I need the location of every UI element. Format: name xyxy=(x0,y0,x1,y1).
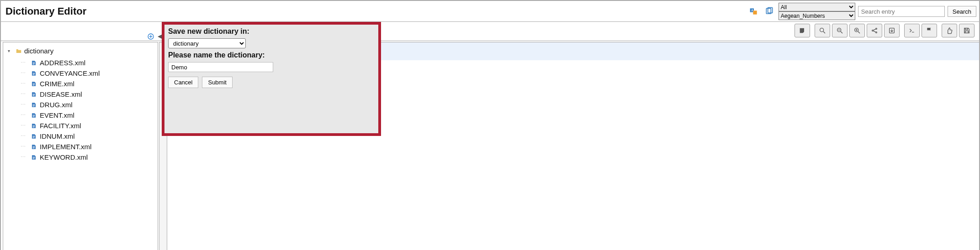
svg-rect-32 xyxy=(33,83,35,83)
tree-root[interactable]: ▾ dictionary xyxy=(8,46,155,57)
svg-line-9 xyxy=(841,31,842,33)
svg-rect-52 xyxy=(33,148,35,148)
tree-item[interactable]: ⋯DRUG.xml xyxy=(21,99,155,110)
cancel-button[interactable]: Cancel xyxy=(168,77,198,88)
tree: ▾ dictionary ⋯ADDRESS.xml⋯CONVEYANCE.xml… xyxy=(3,42,158,165)
svg-rect-29 xyxy=(33,73,35,73)
file-icon xyxy=(31,112,37,119)
page-title: Dictionary Editor xyxy=(1,5,86,17)
svg-rect-40 xyxy=(33,106,35,106)
flag-icon[interactable] xyxy=(922,24,937,37)
folder-icon xyxy=(15,48,22,54)
svg-line-13 xyxy=(858,31,860,33)
dialog-heading-1: Save new dictionary in: xyxy=(168,27,375,36)
thumbs-up-icon[interactable] xyxy=(942,24,957,37)
svg-line-6 xyxy=(823,31,825,33)
file-icon xyxy=(31,81,37,87)
expand-toggle-icon[interactable]: ▾ xyxy=(8,48,13,53)
file-icon xyxy=(31,60,37,66)
svg-rect-22 xyxy=(965,31,969,33)
tree-branch-icon: ⋯ xyxy=(21,91,28,97)
tree-item-label: CRIME.xml xyxy=(40,80,74,88)
svg-rect-21 xyxy=(965,28,968,30)
terminal-icon[interactable] xyxy=(904,24,920,37)
tree-branch-icon: ⋯ xyxy=(21,154,28,160)
svg-rect-26 xyxy=(33,62,35,62)
file-icon xyxy=(31,102,37,108)
svg-rect-49 xyxy=(33,137,35,138)
tree-item-label: EVENT.xml xyxy=(40,111,74,119)
tree-branch-icon: ⋯ xyxy=(21,70,28,76)
tree-item[interactable]: ⋯DISEASE.xml xyxy=(21,89,155,99)
svg-rect-33 xyxy=(33,84,35,84)
zoom-in-icon[interactable] xyxy=(849,24,865,37)
svg-line-17 xyxy=(873,29,875,31)
tree-item[interactable]: ⋯EVENT.xml xyxy=(21,110,155,120)
topbar: Dictionary Editor A All Aegean_Numbers S… xyxy=(1,1,979,22)
tree-item-label: ADDRESS.xml xyxy=(40,59,85,67)
sidebar: ◀ ▾ dictionary ⋯ADDRESS.xml⋯CONVEYANCE.x… xyxy=(3,42,158,250)
svg-line-18 xyxy=(873,31,875,32)
copy-icon[interactable] xyxy=(763,6,776,17)
dictionary-name-input[interactable] xyxy=(168,62,273,72)
svg-point-5 xyxy=(820,28,824,32)
add-icon[interactable] xyxy=(147,32,155,41)
svg-rect-35 xyxy=(33,94,35,94)
svg-rect-38 xyxy=(33,104,35,104)
tree-item-label: KEYWORD.xml xyxy=(40,153,88,161)
tree-item[interactable]: ⋯CRIME.xml xyxy=(21,78,155,89)
svg-rect-27 xyxy=(33,63,35,63)
search-button[interactable]: Search xyxy=(948,6,976,17)
tree-item[interactable]: ⋯FACILITY.xml xyxy=(21,120,155,131)
share-icon[interactable] xyxy=(867,24,882,37)
file-icon xyxy=(31,91,37,98)
save-icon[interactable] xyxy=(959,24,975,37)
svg-rect-44 xyxy=(33,125,35,125)
save-location-select[interactable]: dictionary xyxy=(168,38,246,48)
search-icon[interactable] xyxy=(815,24,830,37)
search-input[interactable] xyxy=(858,6,945,17)
filter-select-1[interactable]: All xyxy=(779,3,855,11)
svg-rect-53 xyxy=(33,156,35,157)
svg-text:A: A xyxy=(751,9,753,12)
zoom-out-icon[interactable] xyxy=(832,24,848,37)
svg-rect-30 xyxy=(33,73,35,74)
tree-item[interactable]: ⋯IDNUM.xml xyxy=(21,131,155,141)
file-icon xyxy=(31,154,37,161)
svg-rect-39 xyxy=(33,105,35,105)
tree-root-label: dictionary xyxy=(24,47,53,55)
filter-select-2[interactable]: Aegean_Numbers xyxy=(779,11,855,20)
tree-branch-icon: ⋯ xyxy=(21,112,28,118)
svg-point-15 xyxy=(876,28,877,30)
tree-branch-icon: ⋯ xyxy=(21,60,28,66)
svg-rect-51 xyxy=(33,147,35,147)
svg-rect-28 xyxy=(33,64,35,64)
svg-rect-36 xyxy=(33,94,35,95)
svg-rect-34 xyxy=(33,85,35,85)
svg-rect-55 xyxy=(33,158,35,159)
tree-item[interactable]: ⋯KEYWORD.xml xyxy=(21,152,155,162)
svg-rect-37 xyxy=(33,95,35,96)
file-icon xyxy=(31,133,37,140)
svg-rect-46 xyxy=(33,127,35,127)
tree-item-label: IDNUM.xml xyxy=(40,132,75,140)
save-dictionary-dialog: Save new dictionary in: dictionary Pleas… xyxy=(162,22,381,136)
tree-item-label: FACILITY.xml xyxy=(40,122,81,130)
submit-button[interactable]: Submit xyxy=(202,77,232,88)
file-icon xyxy=(31,123,37,129)
tree-item[interactable]: ⋯ADDRESS.xml xyxy=(21,57,155,68)
tree-item-label: DRUG.xml xyxy=(40,101,73,109)
svg-rect-54 xyxy=(33,157,35,158)
tree-branch-icon: ⋯ xyxy=(21,133,28,139)
file-icon xyxy=(31,144,37,150)
translate-icon[interactable]: A xyxy=(747,6,760,17)
svg-rect-43 xyxy=(33,116,35,117)
tree-branch-icon: ⋯ xyxy=(21,102,28,108)
svg-rect-45 xyxy=(33,126,35,126)
tree-item[interactable]: ⋯IMPLEMENT.xml xyxy=(21,141,155,152)
svg-rect-47 xyxy=(33,135,35,136)
export-icon[interactable] xyxy=(884,24,900,37)
svg-point-16 xyxy=(876,32,877,33)
tree-item[interactable]: ⋯CONVEYANCE.xml xyxy=(21,68,155,78)
note-icon[interactable] xyxy=(795,24,810,37)
